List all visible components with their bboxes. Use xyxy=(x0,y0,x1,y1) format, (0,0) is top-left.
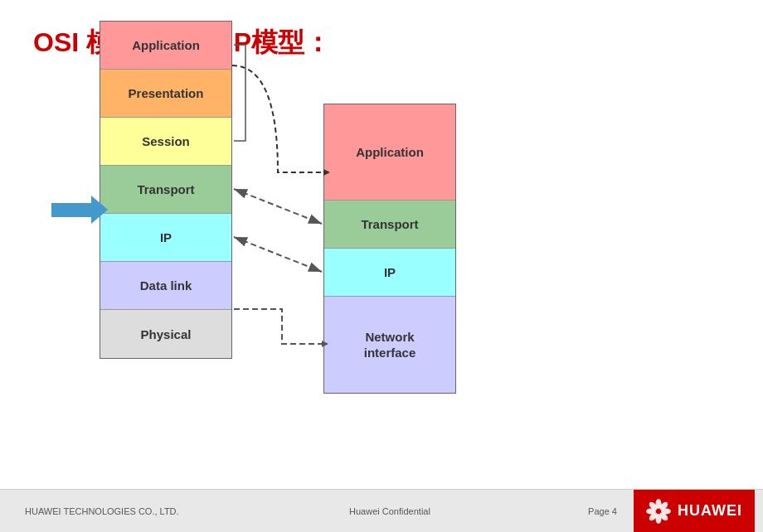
osi-layer-datalink: Data link xyxy=(100,262,231,310)
footer-confidential: Huawei Confidential xyxy=(268,506,511,516)
osi-layer-application: Application xyxy=(100,22,231,70)
main-content: OSI 模型和TCP/IP模型： OSI模型 TCP/IP 模型 Applica… xyxy=(0,0,763,489)
tcpip-layer-network: Networkinterface xyxy=(324,297,455,393)
osi-layer-presentation: Presentation xyxy=(100,70,231,118)
huawei-flower-icon xyxy=(646,499,671,524)
tcpip-layer-application: Application xyxy=(324,104,455,201)
huawei-brand-text: HUAWEI xyxy=(678,502,742,520)
osi-stack: Application Presentation Session Transpo… xyxy=(100,21,232,359)
osi-layer-transport: Transport xyxy=(100,166,231,214)
tcpip-layer-ip: IP xyxy=(324,249,455,297)
footer-right: Page 4 HUAWEI xyxy=(512,490,763,533)
tcpip-stack: Application Transport IP Networkinterfac… xyxy=(323,104,456,394)
huawei-logo: HUAWEI xyxy=(634,490,755,533)
tcpip-layer-transport: Transport xyxy=(324,201,455,249)
footer-company: HUAWEI TECHNOLOGIES CO., LTD. xyxy=(0,506,268,516)
osi-layer-physical: Physical xyxy=(100,310,231,358)
transport-arrow xyxy=(234,189,322,224)
osi-layer-ip: IP xyxy=(100,214,231,262)
osi-layer-session: Session xyxy=(100,118,231,166)
bracket-app-arrow xyxy=(232,65,323,172)
footer-page: Page 4 xyxy=(588,506,617,516)
footer: HUAWEI TECHNOLOGIES CO., LTD. Huawei Con… xyxy=(0,489,763,532)
ip-arrow xyxy=(234,237,322,272)
network-arrow xyxy=(234,309,322,344)
